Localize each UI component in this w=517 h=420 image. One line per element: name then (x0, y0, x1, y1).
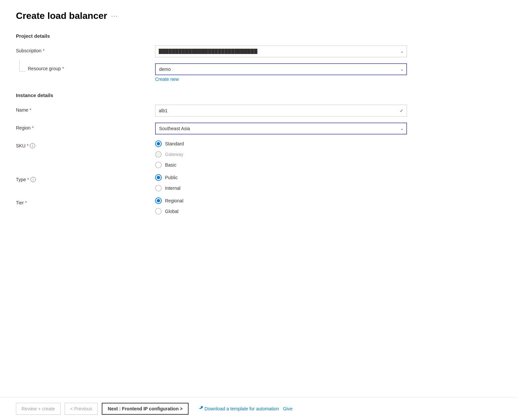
type-internal-option[interactable]: Internal (155, 185, 407, 191)
sku-gateway-radio-circle (155, 151, 162, 158)
type-required: * (27, 177, 29, 182)
instance-details-title: Instance details (16, 92, 501, 98)
sku-radio-group: Standard Gateway Basic (155, 140, 407, 168)
sku-row: SKU * i Standard Gateway (16, 140, 501, 168)
give-feedback-link[interactable]: Give (283, 406, 293, 411)
project-details-section: Project details Subscription * █████████… (16, 33, 501, 82)
name-row: Name * ✓ (16, 105, 501, 117)
sku-info-icon[interactable]: i (30, 143, 35, 148)
subscription-dropdown-wrapper: ██████████████████████████████ ⌄ (155, 45, 407, 57)
page-title-container: Create load balancer ··· (16, 11, 501, 21)
region-dropdown-wrapper: Southeast Asia East US West US West Euro… (155, 123, 407, 134)
type-public-option[interactable]: Public (155, 174, 407, 181)
sku-gateway-label: Gateway (165, 152, 183, 157)
type-public-label: Public (165, 175, 178, 180)
page-title: Create load balancer (16, 11, 107, 21)
sku-required: * (27, 143, 29, 148)
name-control-col: ✓ (155, 105, 407, 117)
svg-point-0 (201, 406, 203, 408)
type-label: Type * i (16, 177, 155, 182)
region-select[interactable]: Southeast Asia East US West US West Euro… (155, 123, 407, 134)
sku-standard-option[interactable]: Standard (155, 140, 407, 147)
page-title-ellipsis: ··· (111, 13, 118, 20)
type-public-radio-circle (155, 174, 162, 181)
resource-group-select[interactable]: demo (155, 63, 407, 75)
subscription-label-col: Subscription * (16, 45, 155, 53)
name-label-col: Name * (16, 105, 155, 113)
sku-label: SKU * i (16, 143, 155, 148)
region-row: Region * Southeast Asia East US West US … (16, 123, 501, 134)
instance-details-section: Instance details Name * ✓ Region (16, 92, 501, 215)
resource-group-control-col: demo ⌄ Create new (155, 63, 407, 82)
tier-required: * (25, 200, 27, 205)
resource-group-dropdown-wrapper: demo ⌄ (155, 63, 407, 75)
create-new-link[interactable]: Create new (155, 77, 407, 82)
tier-label-col: Tier * (16, 197, 155, 205)
type-control-col: Public Internal (155, 174, 407, 191)
type-internal-radio-circle (155, 185, 162, 191)
tier-global-label: Global (165, 209, 178, 214)
region-label-col: Region * (16, 123, 155, 131)
resource-group-label: Resource group * (16, 66, 155, 71)
resource-group-required: * (62, 66, 64, 71)
type-info-icon[interactable]: i (30, 177, 36, 182)
resource-group-row: Resource group * demo ⌄ Create new (16, 63, 501, 82)
type-public-radio-inner (157, 176, 160, 179)
name-required: * (29, 107, 31, 113)
previous-button[interactable]: < Previous (65, 403, 98, 415)
download-icon (198, 406, 203, 412)
sku-standard-label: Standard (165, 141, 184, 146)
name-input-wrapper: ✓ (155, 105, 407, 117)
project-details-title: Project details (16, 33, 501, 39)
download-template-link[interactable]: Download a template for automation (198, 406, 279, 412)
sku-control-col: Standard Gateway Basic (155, 140, 407, 168)
tier-label: Tier * (16, 200, 155, 205)
type-internal-label: Internal (165, 185, 181, 191)
resource-group-label-col: Resource group * (16, 63, 155, 71)
next-button[interactable]: Next : Frontend IP configuration > (102, 403, 189, 415)
tier-regional-radio-circle (155, 197, 162, 204)
subscription-required: * (43, 48, 44, 53)
sku-label-col: SKU * i (16, 140, 155, 148)
subscription-control-col: ██████████████████████████████ ⌄ (155, 45, 407, 57)
subscription-label: Subscription * (16, 48, 155, 53)
tier-control-col: Regional Global (155, 197, 407, 215)
tier-regional-option[interactable]: Regional (155, 197, 407, 204)
tier-radio-group: Regional Global (155, 197, 407, 215)
tier-row: Tier * Regional Global (16, 197, 501, 215)
subscription-select[interactable]: ██████████████████████████████ (155, 45, 407, 57)
tier-regional-radio-inner (157, 199, 160, 202)
sku-basic-option[interactable]: Basic (155, 162, 407, 168)
sku-basic-label: Basic (165, 162, 176, 168)
sku-standard-radio-circle (155, 140, 162, 147)
tier-regional-label: Regional (165, 198, 183, 203)
tier-global-option[interactable]: Global (155, 208, 407, 215)
name-input[interactable] (155, 105, 407, 117)
region-required: * (32, 125, 33, 131)
subscription-row: Subscription * █████████████████████████… (16, 45, 501, 57)
tier-global-radio-circle (155, 208, 162, 215)
sku-basic-radio-circle (155, 162, 162, 168)
sku-standard-radio-inner (157, 142, 160, 145)
review-create-button[interactable]: Review + create (16, 403, 61, 415)
type-radio-group: Public Internal (155, 174, 407, 191)
region-control-col: Southeast Asia East US West US West Euro… (155, 123, 407, 134)
type-row: Type * i Public Internal (16, 174, 501, 191)
footer-bar: Review + create < Previous Next : Fronte… (0, 397, 517, 420)
sku-gateway-option[interactable]: Gateway (155, 151, 407, 158)
name-label: Name * (16, 107, 155, 113)
region-label: Region * (16, 125, 155, 131)
type-label-col: Type * i (16, 174, 155, 182)
